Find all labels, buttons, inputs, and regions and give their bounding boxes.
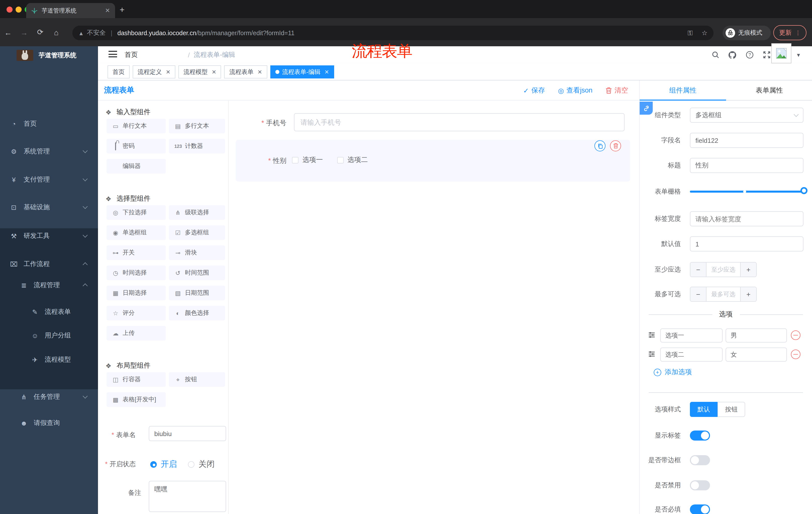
max-select-value[interactable]: 最多可选 [706,287,741,301]
style-choice-按钮[interactable]: 按钮 [718,402,745,417]
palette-item-评分[interactable]: ☆评分 [107,306,166,320]
palette-item-单行文本[interactable]: ▭单行文本 [107,119,166,133]
form-name-input[interactable] [149,426,226,441]
palette-item-多行文本[interactable]: ▤多行文本 [169,119,225,133]
tag-close-icon[interactable]: ✕ [324,69,329,75]
tag-close-icon[interactable]: ✕ [258,69,262,75]
selected-component[interactable]: 性别 选项一选项二 [236,140,630,182]
fullscreen-icon[interactable] [762,51,771,59]
github-icon[interactable] [728,51,736,59]
default-value-input[interactable] [690,236,804,251]
min-select-value[interactable]: 至少应选 [706,263,741,277]
save-button[interactable]: ✓ 保存 [523,86,545,95]
browser-tab[interactable]: 芋道管理系统 ✕ [26,3,115,18]
palette-item-滑块[interactable]: ⊸滑块 [169,245,225,260]
search-icon[interactable] [711,51,720,59]
tab-component-props[interactable]: 组件属性 [640,80,726,101]
sidebar-item-请假查询[interactable]: ☻请假查询 [0,412,98,434]
hamburger-icon[interactable] [109,51,117,58]
palette-item-编辑器[interactable]: 编辑器 [107,159,166,173]
breadcrumb-home[interactable]: 首页 [125,50,184,59]
sidebar-item-支付管理[interactable]: ¥支付管理 [0,168,98,191]
stepper-minus-button[interactable]: − [690,287,706,301]
address-bar[interactable]: ▲ 不安全 | dashboard.yudao.iocoder.cn/bpm/m… [72,26,714,40]
sidebar-item-流程表单[interactable]: ✎流程表单 [0,301,98,323]
sidebar-item-基础设施[interactable]: ⊡基础设施 [0,196,98,218]
palette-item-多选框组[interactable]: ☑多选框组 [169,225,225,240]
avatar[interactable] [771,43,791,63]
sidebar-item-系统管理[interactable]: ⚙系统管理 [0,140,98,162]
palette-item-密码[interactable]: 密码 [107,139,166,154]
checkbox-icon[interactable] [292,157,298,163]
tag-流程定义[interactable]: 流程定义✕ [133,65,175,78]
bookmark-star-icon[interactable]: ☆ [702,29,707,37]
palette-item-上传[interactable]: ☁上传 [107,326,166,341]
palette-item-行容器[interactable]: ◫行容器 [107,372,166,387]
tag-首页[interactable]: 首页 [108,65,129,78]
clear-button[interactable]: 清空 [606,86,628,95]
toggle-switch[interactable] [690,505,710,514]
palette-item-按钮[interactable]: ⌖按钮 [169,372,225,387]
sidebar-item-用户分组[interactable]: ☺用户分组 [0,324,98,347]
palette-item-表格[开发中][interactable]: ▩表格[开发中] [107,392,166,407]
tag-close-icon[interactable]: ✕ [166,69,170,75]
option-value-input[interactable] [726,348,787,361]
remove-option-button[interactable] [791,350,801,359]
style-choice-默认[interactable]: 默认 [690,402,718,417]
avatar-caret-icon[interactable]: ▼ [796,52,801,58]
gender-option-选项二[interactable]: 选项二 [337,155,368,164]
palette-item-计数器[interactable]: 123计数器 [169,139,225,154]
browser-menu-icon[interactable]: ⋮ [795,29,801,36]
tab-form-props[interactable]: 表单属性 [726,80,812,101]
toggle-switch[interactable] [690,431,710,440]
tag-close-icon[interactable]: ✕ [211,69,216,75]
tag-流程模型[interactable]: 流程模型✕ [178,65,221,78]
tag-流程表单[interactable]: 流程表单✕ [224,65,267,78]
option-label-input[interactable] [660,348,723,361]
palette-item-单选框组[interactable]: ◉单选框组 [107,225,166,240]
browser-update-button[interactable]: 更新 ⋮ [773,25,807,40]
home-icon[interactable]: ⌂ [48,28,64,36]
palette-item-开关[interactable]: ⊶开关 [107,245,166,260]
drag-handle-icon[interactable] [648,331,655,339]
status-radio-on[interactable]: 开启 [150,459,177,470]
stepper-plus-button[interactable]: + [741,287,756,301]
reload-icon[interactable]: ⟳ [32,28,48,37]
forward-icon[interactable]: → [16,28,32,36]
sidebar-item-首页[interactable]: ◔首页 [0,113,98,135]
view-json-button[interactable]: ◎ 查看json [558,86,592,95]
palette-item-时间范围[interactable]: ↺时间范围 [169,266,225,280]
toggle-switch[interactable] [690,455,710,465]
sidebar-item-研发工具[interactable]: ⚒研发工具 [0,225,98,247]
help-icon[interactable]: ? [745,51,754,59]
window-close-button[interactable] [6,6,12,12]
toggle-switch[interactable] [690,480,710,490]
palette-item-日期选择[interactable]: ▦日期选择 [107,286,166,300]
sidebar-item-流程模型[interactable]: ✈流程模型 [0,349,98,371]
status-radio-off[interactable]: 关闭 [188,459,214,470]
delete-component-button[interactable] [610,140,621,152]
grid-slider[interactable] [690,191,804,193]
add-option-button[interactable]: + 添加选项 [654,368,692,377]
phone-field-input[interactable] [294,113,625,131]
label-width-input[interactable] [690,211,804,226]
sidebar-item-任务管理[interactable]: ⋔任务管理 [0,386,98,408]
palette-item-下拉选择[interactable]: ◎下拉选择 [107,205,166,220]
palette-item-时间选择[interactable]: ◷时间选择 [107,266,166,280]
palette-item-级联选择[interactable]: ⋔级联选择 [169,205,225,220]
option-value-input[interactable] [726,328,787,343]
password-key-icon[interactable]: ⚿ [688,29,693,37]
option-label-input[interactable] [660,328,723,343]
gender-option-选项一[interactable]: 选项一 [292,155,323,164]
palette-item-颜色选择[interactable]: ◐颜色选择 [169,306,225,320]
field-title-input[interactable] [690,158,804,173]
palette-item-日期范围[interactable]: ▧日期范围 [169,286,225,300]
component-type-select[interactable]: 多选框组 [690,108,804,123]
remove-option-button[interactable] [791,330,801,340]
sidebar-item-流程管理[interactable]: ≣流程管理 [0,274,98,296]
slider-handle[interactable] [801,187,808,194]
sidebar-item-工作流程[interactable]: ⌧工作流程 [0,253,98,275]
back-icon[interactable]: ← [0,28,16,36]
new-tab-button[interactable]: + [120,5,125,15]
field-name-input[interactable] [690,133,804,148]
